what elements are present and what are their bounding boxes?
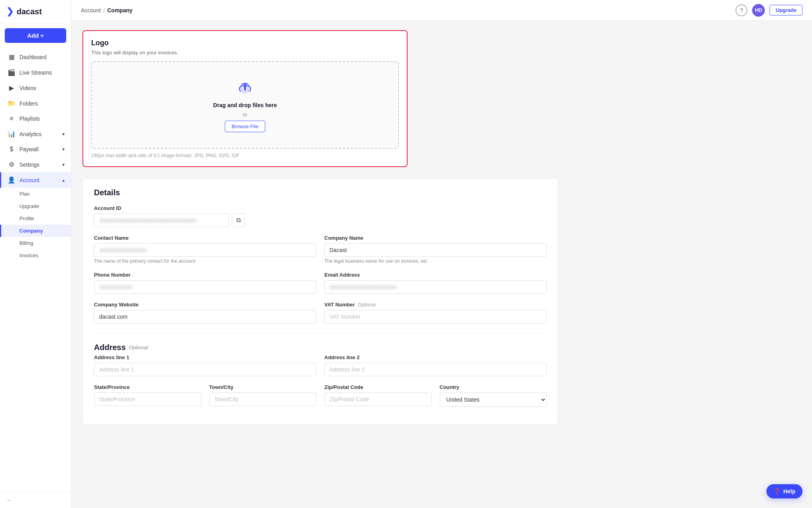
contact-name-label: Contact Name xyxy=(94,235,316,241)
sidebar-back[interactable]: ← xyxy=(0,492,71,508)
sidebar-label-playlists: Playlists xyxy=(19,115,65,122)
city-label: Town/City xyxy=(209,384,317,390)
sidebar-item-paywall[interactable]: $ Paywall ▾ xyxy=(0,142,71,157)
phone-input[interactable] xyxy=(94,280,316,294)
phone-label: Phone Number xyxy=(94,272,316,278)
country-col: Country United States xyxy=(440,384,547,407)
website-vat-row: Company Website VAT Number Optional xyxy=(94,302,547,323)
account-id-input[interactable] xyxy=(94,214,229,227)
content-area: Logo This logo will display on your invo… xyxy=(71,21,812,508)
contact-name-col: Contact Name The name of the primary con… xyxy=(94,235,316,264)
upload-icon xyxy=(236,78,254,99)
sidebar-item-live-streams[interactable]: 🎬 Live Streams xyxy=(0,65,71,80)
website-input[interactable] xyxy=(94,310,316,323)
add-button[interactable]: Add + xyxy=(5,28,66,43)
sidebar-subitem-invoices[interactable]: Invoices xyxy=(0,249,71,262)
upgrade-button[interactable]: Upgrade xyxy=(770,5,802,15)
logo-section-subtitle: This logo will display on your invoices. xyxy=(91,50,399,56)
sidebar-label-dashboard: Dashboard xyxy=(19,54,65,60)
breadcrumb-parent[interactable]: Account xyxy=(81,7,101,13)
company-name-hint: The legal business name for use on invoi… xyxy=(324,258,547,264)
addr2-label: Address line 2 xyxy=(324,354,547,360)
zip-col: Zip/Postal Code xyxy=(324,384,432,407)
dashboard-icon: ▦ xyxy=(8,53,15,61)
sidebar-item-videos[interactable]: ▶ Videos xyxy=(0,80,71,96)
sidebar-subitem-profile[interactable]: Profile xyxy=(0,212,71,225)
sidebar-subitem-billing[interactable]: Billing xyxy=(0,237,71,249)
copy-account-id-button[interactable]: ⧉ xyxy=(232,214,245,227)
website-label: Company Website xyxy=(94,302,316,308)
sidebar-nav: ▦ Dashboard 🎬 Live Streams ▶ Videos 📁 Fo… xyxy=(0,48,71,492)
back-icon: ← xyxy=(6,497,11,503)
sidebar-item-settings[interactable]: ⚙ Settings ▾ xyxy=(0,157,71,172)
drop-zone-hint: 240px max width and ratio of 4:1 image f… xyxy=(91,153,399,158)
sidebar-label-account: Account xyxy=(19,177,58,183)
sidebar-item-analytics[interactable]: 📊 Analytics ▾ xyxy=(0,126,71,142)
account-id-label: Account ID xyxy=(94,205,547,211)
breadcrumb-current: Company xyxy=(107,7,132,13)
sidebar-label-paywall: Paywall xyxy=(19,146,58,152)
contact-company-row: Contact Name The name of the primary con… xyxy=(94,235,547,264)
sidebar-item-account[interactable]: 👤 Account ▴ xyxy=(0,172,71,188)
sidebar-label-live-streams: Live Streams xyxy=(19,69,65,76)
state-col: State/Province xyxy=(94,384,201,407)
state-label: State/Province xyxy=(94,384,201,390)
details-section: Details Account ID ⧉ Contact Name The na… xyxy=(82,178,558,425)
logo-section: Logo This logo will display on your invo… xyxy=(82,30,408,167)
city-input[interactable] xyxy=(209,393,317,406)
addr2-col: Address line 2 xyxy=(324,354,547,376)
address-row1: Address line 1 Address line 2 xyxy=(94,354,547,376)
settings-icon: ⚙ xyxy=(8,161,15,168)
zip-label: Zip/Postal Code xyxy=(324,384,432,390)
addr1-col: Address line 1 xyxy=(94,354,316,376)
help-fab-icon: ❓ xyxy=(774,488,780,495)
addr1-label: Address line 1 xyxy=(94,354,316,360)
user-avatar[interactable]: HD xyxy=(752,4,765,17)
file-drop-zone[interactable]: Drag and drop files here or Browse File xyxy=(91,61,399,149)
email-label: Email Address xyxy=(324,272,547,278)
state-input[interactable] xyxy=(94,393,201,406)
help-circle-button[interactable]: ? xyxy=(735,4,747,16)
account-chevron-icon: ▴ xyxy=(62,177,65,183)
breadcrumb: Account / Company xyxy=(81,7,132,13)
browse-file-button[interactable]: Browse File xyxy=(225,121,265,132)
sidebar-label-folders: Folders xyxy=(19,100,65,107)
zip-input[interactable] xyxy=(324,393,432,406)
analytics-chevron-icon: ▾ xyxy=(62,131,65,137)
company-name-input[interactable] xyxy=(324,243,547,257)
playlists-icon: ≡ xyxy=(8,115,15,122)
company-name-label: Company Name xyxy=(324,235,547,241)
sidebar-subitem-plan[interactable]: Plan xyxy=(0,188,71,200)
sidebar-item-playlists[interactable]: ≡ Playlists xyxy=(0,111,71,126)
phone-col: Phone Number xyxy=(94,272,316,294)
addr1-input[interactable] xyxy=(94,363,316,376)
contact-name-hint: The name of the primary contact for the … xyxy=(94,258,316,264)
sidebar-logo: ❯ dacast xyxy=(0,0,71,23)
sidebar-subitem-upgrade[interactable]: Upgrade xyxy=(0,200,71,212)
country-select[interactable]: United States xyxy=(440,393,547,407)
drop-zone-text: Drag and drop files here xyxy=(213,102,277,108)
sidebar-item-dashboard[interactable]: ▦ Dashboard xyxy=(0,49,71,65)
drop-zone-or: or xyxy=(243,112,247,117)
country-label: Country xyxy=(440,384,547,390)
live-streams-icon: 🎬 xyxy=(8,69,15,76)
topbar-right: ? HD Upgrade xyxy=(735,4,802,17)
main-area: Account / Company ? HD Upgrade Logo This… xyxy=(71,0,812,508)
email-input[interactable] xyxy=(324,280,547,294)
email-col: Email Address xyxy=(324,272,547,294)
address-row2: State/Province Town/City Zip/Postal Code… xyxy=(94,384,547,407)
vat-col: VAT Number Optional xyxy=(324,302,547,323)
address-optional-label: Optional xyxy=(129,344,148,350)
contact-name-input[interactable] xyxy=(94,243,316,257)
sidebar-label-analytics: Analytics xyxy=(19,131,58,137)
settings-chevron-icon: ▾ xyxy=(62,162,65,167)
help-fab-button[interactable]: ❓ Help xyxy=(766,484,802,498)
help-fab-label: Help xyxy=(783,488,795,495)
sidebar-item-folders[interactable]: 📁 Folders xyxy=(0,96,71,111)
vat-input[interactable] xyxy=(324,310,547,323)
paywall-chevron-icon: ▾ xyxy=(62,146,65,152)
logo-section-title: Logo xyxy=(91,39,399,47)
addr2-input[interactable] xyxy=(324,363,547,376)
sidebar-subitem-company[interactable]: Company xyxy=(0,225,71,237)
folders-icon: 📁 xyxy=(8,100,15,107)
